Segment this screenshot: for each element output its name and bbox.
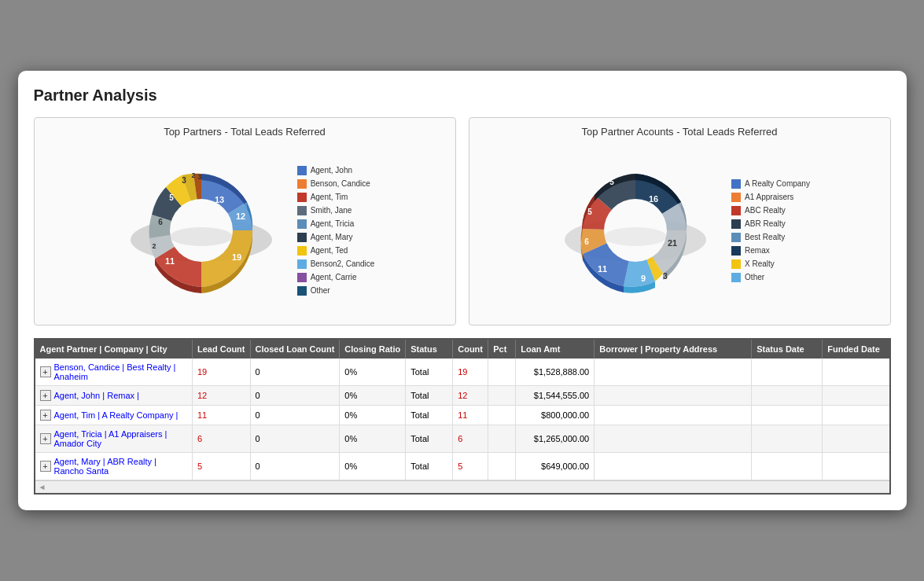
- expand-button[interactable]: +: [40, 366, 51, 377]
- table-row: +Agent, Tim | A Realty Company |1100%Tot…: [35, 406, 891, 425]
- cell-pct: [488, 386, 516, 406]
- cell-pct: [488, 359, 516, 386]
- cell-lead-count: 19: [193, 359, 251, 386]
- col-closing-ratio: Closing Ratio: [340, 340, 406, 359]
- cell-borrower: [595, 386, 752, 406]
- svg-point-15: [604, 227, 667, 246]
- legend-swatch: [731, 193, 741, 202]
- cell-borrower: [595, 406, 752, 425]
- svg-text:13: 13: [215, 195, 224, 204]
- cell-status-date: [752, 386, 823, 406]
- legend-swatch: [297, 273, 307, 282]
- legend-item: Agent, Ted: [297, 244, 375, 257]
- cell-borrower: [595, 425, 752, 453]
- legend-item: Best Realty: [731, 230, 810, 244]
- expand-button[interactable]: +: [40, 410, 51, 421]
- cell-loan-amt: $1,265,000.00: [516, 425, 595, 453]
- cell-status: Total: [406, 359, 453, 386]
- cell-borrower: [595, 359, 752, 386]
- chart2-donut: 16 21 3 9 11 6 5 5: [549, 144, 722, 317]
- cell-closed-loan: 0: [250, 406, 340, 425]
- chart1-donut: 13 12 19 11 2 6 5 3 2 3: [115, 144, 288, 317]
- legend-item: Smith, Jane: [297, 204, 375, 217]
- legend-item: ABR Realty: [731, 217, 810, 230]
- col-borrower: Borrower | Property Address: [595, 340, 752, 359]
- cell-pct: [488, 406, 516, 425]
- legend-item: A1 Appraisers: [731, 190, 810, 204]
- legend-swatch: [297, 219, 307, 229]
- cell-pct: [488, 425, 516, 453]
- legend-item: A Realty Company: [731, 177, 810, 190]
- legend-item: Agent, Mary: [297, 230, 375, 244]
- chart2-content: 16 21 3 9 11 6 5 5 A Realty Company: [477, 144, 882, 317]
- legend-swatch: [731, 219, 741, 229]
- legend-item: Other: [297, 284, 375, 297]
- svg-text:11: 11: [598, 264, 607, 274]
- cell-pct: [488, 453, 516, 480]
- cell-funded-date: [823, 453, 891, 480]
- svg-text:6: 6: [158, 218, 163, 226]
- cell-partner: +Agent, Tim | A Realty Company |: [35, 406, 193, 425]
- main-window: Partner Analysis Top Partners - Total Le…: [18, 71, 907, 510]
- scroll-hint: ◄: [35, 480, 889, 493]
- legend-swatch: [731, 206, 741, 215]
- chart1-content: 13 12 19 11 2 6 5 3 2 3 Age: [42, 144, 447, 317]
- data-table: Agent Partner | Company | City Lead Coun…: [34, 338, 891, 495]
- legend-swatch: [297, 206, 307, 215]
- table-row: +Agent, John | Remax |1200%Total12$1,544…: [35, 386, 891, 406]
- legend-swatch: [731, 273, 741, 282]
- expand-button[interactable]: +: [40, 390, 51, 401]
- col-loan-amt: Loan Amt: [516, 340, 595, 359]
- partner-link[interactable]: Benson, Candice | Best Realty | Anaheim: [54, 362, 188, 381]
- chart2-panel: Top Partner Acounts - Total Leads Referr…: [469, 117, 891, 325]
- cell-lead-count: 5: [193, 453, 251, 480]
- cell-lead-count: 12: [193, 386, 251, 406]
- table-row: +Agent, Tricia | A1 Appraisers | Amador …: [35, 425, 891, 453]
- chart1-legend: Agent, John Benson, Candice Agent, Tim S…: [297, 164, 375, 297]
- svg-text:6: 6: [584, 237, 589, 246]
- cell-closing-ratio: 0%: [340, 359, 406, 386]
- svg-point-2: [170, 227, 233, 246]
- svg-text:3: 3: [663, 272, 668, 281]
- legend-item: Other: [731, 270, 810, 284]
- expand-button[interactable]: +: [40, 433, 51, 444]
- chart1-title: Top Partners - Total Leads Referred: [42, 126, 447, 138]
- cell-closed-loan: 0: [250, 453, 340, 480]
- partner-link[interactable]: Agent, Tricia | A1 Appraisers | Amador C…: [54, 429, 188, 448]
- cell-partner: +Agent, Mary | ABR Realty | Rancho Santa: [35, 453, 193, 480]
- partner-link[interactable]: Agent, Tim | A Realty Company |: [54, 410, 179, 420]
- col-funded-date: Funded Date: [823, 340, 891, 359]
- partner-link[interactable]: Agent, Mary | ABR Realty | Rancho Santa: [54, 457, 188, 476]
- col-partner: Agent Partner | Company | City: [35, 340, 193, 359]
- col-status-date: Status Date: [752, 340, 823, 359]
- cell-status-date: [752, 406, 823, 425]
- cell-lead-count: 11: [193, 406, 251, 425]
- cell-partner: +Agent, Tricia | A1 Appraisers | Amador …: [35, 425, 193, 453]
- cell-status: Total: [406, 386, 453, 406]
- cell-count: 12: [453, 386, 488, 406]
- svg-text:11: 11: [165, 256, 175, 266]
- legend-item: Agent, Carrie: [297, 270, 375, 284]
- svg-text:21: 21: [668, 238, 677, 248]
- legend-swatch: [731, 259, 741, 269]
- chart2-title: Top Partner Acounts - Total Leads Referr…: [477, 126, 882, 138]
- table-row: +Agent, Mary | ABR Realty | Rancho Santa…: [35, 453, 891, 480]
- cell-closing-ratio: 0%: [340, 453, 406, 480]
- partner-link[interactable]: Agent, John | Remax |: [54, 391, 139, 400]
- cell-closed-loan: 0: [250, 425, 340, 453]
- svg-text:16: 16: [649, 194, 658, 204]
- svg-text:12: 12: [236, 211, 245, 221]
- col-count: Count: [453, 340, 488, 359]
- svg-text:2: 2: [152, 242, 156, 250]
- col-pct: Pct: [488, 340, 516, 359]
- svg-text:19: 19: [232, 252, 241, 262]
- expand-button[interactable]: +: [40, 461, 51, 472]
- cell-lead-count: 6: [193, 425, 251, 453]
- svg-text:5: 5: [609, 178, 614, 186]
- cell-count: 6: [453, 425, 488, 453]
- cell-status: Total: [406, 453, 453, 480]
- legend-swatch: [731, 179, 741, 189]
- cell-borrower: [595, 453, 752, 480]
- cell-closing-ratio: 0%: [340, 386, 406, 406]
- legend-swatch: [297, 286, 307, 296]
